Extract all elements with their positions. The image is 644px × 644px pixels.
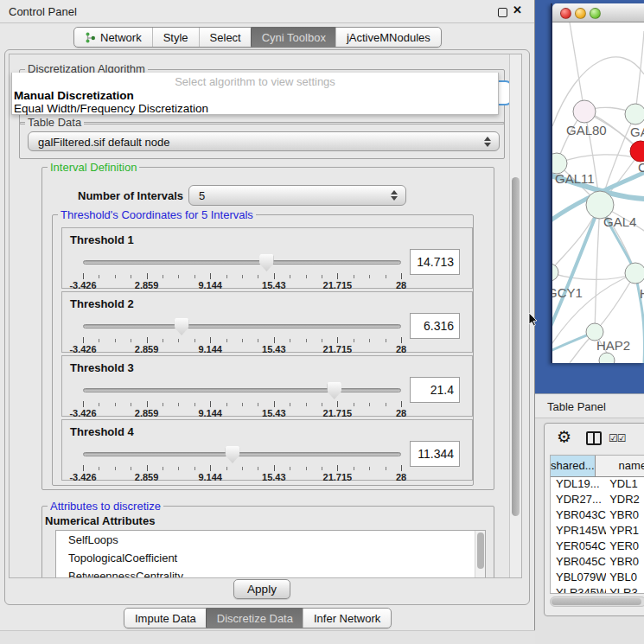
slider-track[interactable] <box>83 260 401 265</box>
table-row[interactable]: YLR345WYLR3 <box>551 586 644 594</box>
thresholds-title: Threshold's Coordinates for 5 Intervals <box>58 208 256 221</box>
num-intervals-combobox[interactable]: 5 <box>188 185 406 206</box>
num-intervals-label: Number of Intervals <box>78 189 183 202</box>
tab-impute-data[interactable]: Impute Data <box>124 609 207 628</box>
attributes-list-scrollbar[interactable] <box>475 531 485 577</box>
threshold-1-label: Threshold 1 <box>70 233 134 246</box>
network-window-titlebar <box>552 3 644 22</box>
column-header-shared-name[interactable]: shared... <box>551 456 596 476</box>
slider-thumb[interactable] <box>327 382 341 399</box>
num-intervals-value: 5 <box>199 189 205 202</box>
node-table[interactable]: shared... name YDL19...YDL1YDR27...YDR2Y… <box>550 455 644 594</box>
slider-track[interactable] <box>83 388 401 392</box>
slider-thumb[interactable] <box>259 254 274 271</box>
node-label-gcy1: GCY1 <box>552 285 583 300</box>
slider-thumb[interactable] <box>225 446 239 463</box>
threshold-2-value-field[interactable]: 6.316 <box>410 313 460 339</box>
node-gal80[interactable] <box>573 100 596 123</box>
numerical-attributes-list[interactable]: SelfLoopsTopologicalCoefficientBetweenne… <box>55 530 486 578</box>
table-row[interactable]: YBR045CYBR0 <box>551 555 644 571</box>
window-title: Control Panel <box>9 5 77 18</box>
checkboxes-icon[interactable]: ☑☑ <box>609 432 626 444</box>
node-bottom-partial[interactable] <box>599 353 615 363</box>
table-row[interactable]: YDR27...YDR2 <box>551 493 644 508</box>
slider-tick-labels: -3.4262.8599.14415.4321.71528 <box>83 280 401 290</box>
combo-stepper-icon <box>484 137 491 147</box>
network-icon <box>85 32 96 43</box>
threshold-1-panel: Threshold 1 -3.4262.8599.14415.4321.7152… <box>61 227 473 289</box>
table-row[interactable]: YDL19...YDL1 <box>551 477 644 493</box>
cytoscape-desktop: GAL80 GA C GAL11 GAL4 GCY1 H HAP2 <box>535 0 644 393</box>
slider-thumb[interactable] <box>175 318 189 335</box>
threshold-2-label: Threshold 2 <box>70 297 134 310</box>
slider-tick-labels: -3.4262.8599.14415.4321.71528 <box>83 408 401 418</box>
close-icon[interactable]: ✕ <box>513 3 522 16</box>
float-window-icon[interactable] <box>498 8 507 17</box>
numerical-attributes-label: Numerical Attributes <box>45 514 155 527</box>
column-selector-icon[interactable] <box>586 431 602 445</box>
tab-select[interactable]: Select <box>199 28 252 47</box>
attribute-list-item[interactable]: TopologicalCoefficient <box>56 549 485 567</box>
node-label-gal11: GAL11 <box>555 171 595 186</box>
slider-track[interactable] <box>83 452 401 456</box>
slider-ticks <box>83 337 401 344</box>
threshold-3-slider[interactable]: -3.4262.8599.14415.4321.71528 <box>83 380 401 415</box>
table-row[interactable]: YBL079WYBL0 <box>551 571 644 586</box>
close-traffic-light-icon[interactable] <box>560 8 571 19</box>
table-row[interactable]: YPR145WYPR1 <box>551 524 644 539</box>
tab-style[interactable]: Style <box>152 28 199 47</box>
slider-ticks <box>83 465 401 472</box>
settings-scroll-viewport: Discretization Algorithm Table Data galF… <box>9 54 522 578</box>
tab-network[interactable]: Network <box>74 28 152 47</box>
column-header-name[interactable]: name <box>596 456 644 476</box>
threshold-1-value-field[interactable]: 14.713 <box>410 249 460 275</box>
table-data-combobox[interactable]: galFiltered.sif default node <box>28 131 500 151</box>
table-row[interactable]: YBR043CYBR0 <box>551 508 644 524</box>
gear-icon[interactable]: ⚙ <box>557 427 571 447</box>
minimize-traffic-light-icon[interactable] <box>575 8 586 19</box>
panel-vertical-scrollbar[interactable] <box>509 54 521 577</box>
bottom-tab-bar: Impute Data Discretize Data Infer Networ… <box>124 608 392 628</box>
table-horizontal-scrollbar[interactable] <box>550 596 644 607</box>
apply-button[interactable]: Apply <box>233 579 290 599</box>
table-panel-title: Table Panel <box>547 400 606 413</box>
attributes-title: Attributes to discretize <box>48 500 163 513</box>
algorithm-prompt: Select algorithm to view settings <box>12 75 498 88</box>
zoom-traffic-light-icon[interactable] <box>590 8 601 19</box>
table-row[interactable]: YER054CYER0 <box>551 539 644 555</box>
slider-tick-labels: -3.4262.8599.14415.4321.71528 <box>83 344 401 354</box>
attribute-list-item[interactable]: SelfLoops <box>56 531 485 549</box>
threshold-4-value-field[interactable]: 11.344 <box>410 441 460 467</box>
node-gcy1[interactable] <box>552 264 558 281</box>
node-label-c: C <box>638 160 644 175</box>
attribute-list-item[interactable]: BetweennessCentrality <box>56 567 485 578</box>
table-data-title: Table Data <box>25 116 84 129</box>
cyni-toolbox-panel: Discretization Algorithm Table Data galF… <box>4 49 530 605</box>
control-panel-window: Control Panel ✕ Network Style Select Cyn… <box>0 0 535 644</box>
tab-jactivemnodules[interactable]: jActiveMNodules <box>335 28 441 47</box>
node-h[interactable] <box>625 263 644 284</box>
node-label-h: H <box>640 286 644 301</box>
threshold-4-slider[interactable]: -3.4262.8599.14415.4321.71528 <box>83 444 401 479</box>
node-top-right[interactable] <box>625 104 644 124</box>
network-canvas[interactable]: GAL80 GA C GAL11 GAL4 GCY1 H HAP2 <box>552 22 644 363</box>
threshold-1-slider[interactable]: -3.4262.8599.14415.4321.71528 <box>83 252 401 287</box>
node-label-gal4: GAL4 <box>603 214 636 229</box>
tab-discretize-data[interactable]: Discretize Data <box>206 608 303 628</box>
node-label-hap2: HAP2 <box>596 338 630 353</box>
popup-option-equal-width-frequency[interactable]: Equal Width/Frequency Discretization <box>14 102 208 115</box>
tab-cyni-toolbox[interactable]: Cyni Toolbox <box>251 27 336 48</box>
tab-infer-network[interactable]: Infer Network <box>303 609 391 628</box>
popup-option-manual-discretization[interactable]: Manual Discretization <box>14 89 134 102</box>
table-panel-area: ⚙ ☑☑ shared... name YDL19...YDL1YDR27...… <box>535 418 644 644</box>
top-tab-bar: Network Style Select Cyni Toolbox jActiv… <box>73 27 442 48</box>
slider-ticks <box>83 273 401 280</box>
threshold-3-value-field[interactable]: 21.4 <box>410 377 460 403</box>
threshold-2-slider[interactable]: -3.4262.8599.14415.4321.71528 <box>83 316 401 351</box>
table-header-row: shared... name <box>551 456 644 477</box>
node-label-ga: GA <box>630 124 644 139</box>
network-view-window: GAL80 GA C GAL11 GAL4 GCY1 H HAP2 <box>551 3 644 363</box>
slider-track[interactable] <box>83 324 401 328</box>
threshold-4-panel: Threshold 4 -3.4262.8599.14415.4321.7152… <box>61 419 473 481</box>
slider-ticks <box>83 401 401 408</box>
